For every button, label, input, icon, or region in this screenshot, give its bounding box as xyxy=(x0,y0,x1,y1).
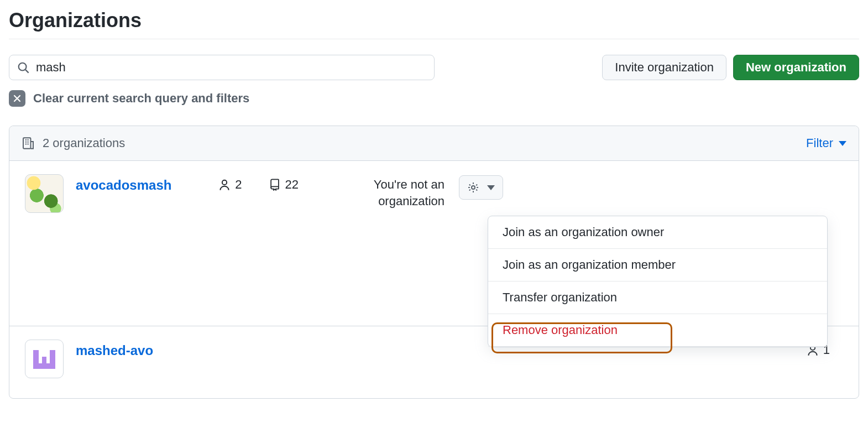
repos-stat[interactable]: 22 xyxy=(269,178,299,192)
org-settings-button[interactable] xyxy=(459,175,503,200)
org-count: 2 organizations xyxy=(22,136,125,150)
svg-point-0 xyxy=(19,63,27,71)
members-count: 2 xyxy=(235,178,242,192)
top-controls: Invite organization New organization xyxy=(9,55,859,80)
title-divider xyxy=(9,39,859,39)
org-name-link[interactable]: mashed-avo xyxy=(76,343,153,358)
dropdown-remove[interactable]: Remove organization xyxy=(488,314,827,347)
search-icon xyxy=(17,61,29,74)
svg-point-11 xyxy=(222,180,227,185)
avatar[interactable] xyxy=(25,340,64,378)
svg-line-1 xyxy=(25,70,29,73)
members-stat[interactable]: 2 xyxy=(218,178,242,192)
org-stats: 2 22 xyxy=(218,178,312,192)
repo-icon xyxy=(269,179,281,191)
close-icon xyxy=(9,90,25,107)
caret-down-icon xyxy=(487,185,495,190)
svg-rect-16 xyxy=(42,357,46,366)
list-header: 2 organizations Filter xyxy=(9,126,859,161)
gear-icon xyxy=(467,181,479,194)
svg-point-12 xyxy=(472,186,475,189)
search-input[interactable] xyxy=(36,60,426,75)
org-row: avocadosmash 2 22 xyxy=(9,161,859,326)
organization-icon xyxy=(22,137,35,150)
filter-label: Filter xyxy=(806,136,833,150)
org-count-label: 2 organizations xyxy=(43,136,125,150)
organizations-list: 2 organizations Filter avocadosmash 2 xyxy=(9,126,859,399)
new-organization-button[interactable]: New organization xyxy=(733,55,859,80)
person-icon xyxy=(218,179,231,191)
org-name-link[interactable]: avocadosmash xyxy=(76,178,171,193)
repos-count: 22 xyxy=(285,178,299,192)
clear-search-label: Clear current search query and filters xyxy=(33,91,249,106)
role-text: You're not an organization xyxy=(312,176,445,209)
dropdown-join-member[interactable]: Join as an organization member xyxy=(488,249,827,281)
caret-down-icon xyxy=(839,141,846,146)
avatar[interactable] xyxy=(25,174,64,213)
dropdown-transfer[interactable]: Transfer organization xyxy=(488,281,827,314)
svg-rect-4 xyxy=(23,138,31,149)
search-field-wrap[interactable] xyxy=(9,55,435,80)
invite-organization-button[interactable]: Invite organization xyxy=(602,55,726,80)
org-actions-dropdown: Join as an organization owner Join as an… xyxy=(488,216,828,347)
filter-button[interactable]: Filter xyxy=(806,136,846,150)
dropdown-join-owner[interactable]: Join as an organization owner xyxy=(488,216,827,249)
clear-search-row[interactable]: Clear current search query and filters xyxy=(9,90,859,107)
page-title: Organizations xyxy=(9,9,859,39)
